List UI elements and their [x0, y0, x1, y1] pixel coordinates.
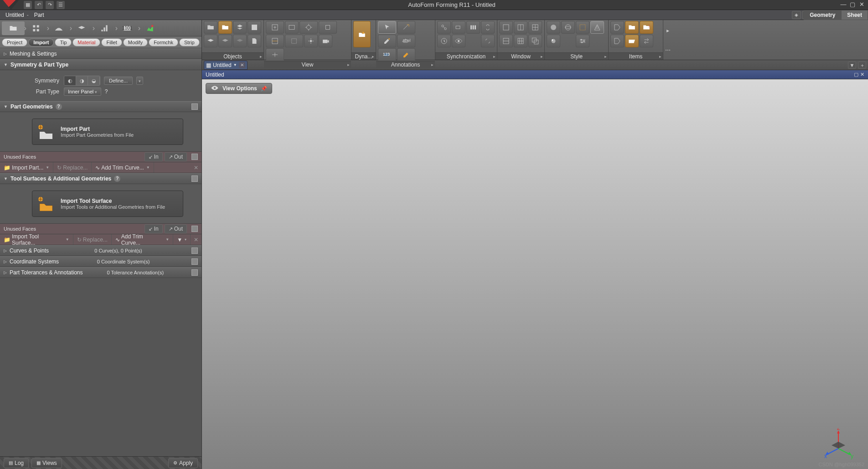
- nav-die-icon[interactable]: [47, 21, 70, 35]
- pill-formchk[interactable]: Formchk: [149, 38, 178, 46]
- expand-icon[interactable]: ▸: [347, 62, 350, 67]
- item-swap-icon[interactable]: [640, 35, 653, 47]
- ann-edit-icon[interactable]: [378, 35, 396, 47]
- style-persp-icon[interactable]: [590, 21, 604, 34]
- breadcrumb-root[interactable]: Untitled: [3, 12, 31, 18]
- section-checkbox[interactable]: [191, 269, 198, 276]
- pill-fillet[interactable]: Fillet: [101, 38, 122, 46]
- win-2h-icon[interactable]: [514, 21, 527, 34]
- style-shade-icon[interactable]: [547, 21, 560, 34]
- expand-icon[interactable]: ▸: [541, 54, 543, 59]
- expand-icon[interactable]: ▸: [604, 54, 607, 59]
- qa-settings-icon[interactable]: ☰: [57, 1, 65, 9]
- ann-value-icon[interactable]: 123: [378, 48, 396, 61]
- qa-new-icon[interactable]: ▦: [24, 1, 32, 9]
- qa-undo-icon[interactable]: ↶: [35, 1, 43, 9]
- ann-label-icon[interactable]: Label: [397, 35, 415, 47]
- expand-icon[interactable]: ▸: [431, 62, 434, 67]
- item-open-icon[interactable]: [625, 35, 639, 47]
- ann-dim-icon[interactable]: [397, 21, 415, 34]
- import-part-menu[interactable]: 📁Import Part...▼: [0, 162, 53, 173]
- ann-marker-icon[interactable]: [397, 48, 415, 61]
- section-checkbox[interactable]: [191, 258, 198, 265]
- filter-button[interactable]: ▼▾: [173, 234, 191, 245]
- replace-button[interactable]: ↻Replace...: [53, 162, 92, 173]
- minimize-icon[interactable]: —: [839, 1, 848, 9]
- unused-checkbox-2[interactable]: [191, 226, 198, 232]
- import-tool-menu[interactable]: 📁Import Tool Surface...▼: [0, 234, 73, 245]
- win-2v-icon[interactable]: [499, 35, 513, 47]
- maximize-icon[interactable]: ▢: [848, 1, 857, 9]
- style-wire-icon[interactable]: [561, 21, 575, 34]
- doc-tab-dd-icon[interactable]: ▼: [233, 63, 237, 67]
- sync-label-icon[interactable]: [452, 21, 465, 34]
- unused-out-button-2[interactable]: ↗Out: [165, 224, 187, 233]
- section-part-geometries[interactable]: Part Geometries ?: [0, 101, 202, 112]
- section-checkbox[interactable]: [191, 247, 198, 254]
- view-rotate-icon[interactable]: [319, 21, 337, 34]
- help-icon[interactable]: ?: [56, 103, 62, 110]
- obj-icon-6[interactable]: [218, 35, 232, 47]
- pill-strip[interactable]: Strip: [179, 38, 200, 46]
- symmetry-toggle[interactable]: ◐ ◑ ◒: [64, 76, 100, 86]
- sync-break-icon[interactable]: [481, 35, 495, 47]
- import-part-button[interactable]: Import Part Import Part Geometries from …: [32, 119, 183, 145]
- add-trim-curve-2[interactable]: ∿Add Trim Curve...▼: [112, 234, 173, 245]
- win-1-icon[interactable]: [499, 21, 513, 34]
- obj-icon-1[interactable]: [204, 21, 217, 34]
- unused-out-button[interactable]: ↗Out: [165, 152, 187, 161]
- sync-link-icon[interactable]: [437, 21, 451, 34]
- view-pan-icon[interactable]: [300, 21, 318, 34]
- item-tag-icon[interactable]: [610, 21, 624, 34]
- section-checkbox[interactable]: [191, 103, 198, 110]
- sym-none-icon[interactable]: ◐: [64, 76, 76, 85]
- pill-material[interactable]: Material: [72, 38, 100, 46]
- sync-chain-icon[interactable]: [481, 21, 495, 34]
- unused-in-button[interactable]: ↙In: [145, 152, 163, 161]
- expand-icon[interactable]: ▸: [260, 54, 262, 59]
- ribbon-more-icon[interactable]: ⋯: [665, 47, 671, 53]
- tab-geometry[interactable]: Geometry: [804, 10, 841, 20]
- nav-eval-icon[interactable]: [139, 21, 161, 35]
- define-button[interactable]: Define...: [104, 77, 133, 85]
- win-grid-icon[interactable]: [514, 35, 527, 47]
- view-options-button[interactable]: View Options 📌: [206, 83, 272, 94]
- replace-button-2[interactable]: ↻Replace...: [73, 234, 112, 245]
- win-cascade-icon[interactable]: [528, 35, 542, 47]
- obj-icon-4[interactable]: [248, 21, 261, 34]
- view-align-icon[interactable]: [266, 48, 284, 61]
- style-light-icon[interactable]: [547, 35, 560, 47]
- view-zoom-icon[interactable]: [285, 21, 299, 34]
- pill-modify[interactable]: Modify: [123, 38, 148, 46]
- axis-gizmo[interactable]: z x y: [822, 428, 854, 460]
- help-icon[interactable]: ?: [105, 88, 108, 95]
- tab-sheet[interactable]: Sheet: [841, 10, 868, 20]
- add-trim-curve[interactable]: ∿Add Trim Curve...▼: [92, 162, 154, 173]
- nav-sim-icon[interactable]: 1101: [116, 21, 139, 35]
- ann-select-icon[interactable]: [378, 21, 396, 34]
- ribbon-scroll-right-icon[interactable]: ▸: [666, 27, 669, 34]
- view-center-icon[interactable]: [304, 35, 318, 47]
- obj-icon-5[interactable]: [204, 35, 217, 47]
- pill-import[interactable]: Import: [28, 38, 54, 46]
- breadcrumb-part[interactable]: Part: [31, 12, 50, 18]
- section-symmetry[interactable]: Symmetry & Part Type: [0, 59, 202, 70]
- section-meshing[interactable]: Meshing & Settings: [0, 48, 202, 59]
- close-icon[interactable]: ✕: [857, 1, 866, 9]
- document-tab[interactable]: ▦ Untitled ▼ ✕: [204, 61, 248, 70]
- viewport-close-icon[interactable]: ✕: [860, 72, 864, 77]
- obj-icon-7[interactable]: [233, 35, 247, 47]
- views-button[interactable]: ▦Views: [31, 458, 62, 468]
- view-section-icon[interactable]: [266, 35, 284, 47]
- qa-redo-icon[interactable]: ↷: [46, 1, 54, 9]
- pill-tip[interactable]: Tip: [55, 38, 72, 46]
- sync-time-icon[interactable]: [437, 35, 451, 47]
- expand-icon[interactable]: ▸: [372, 54, 374, 59]
- close-row-icon[interactable]: ✕: [191, 165, 202, 171]
- import-tool-surface-button[interactable]: Import Tool Surface Import Tools or Addi…: [32, 191, 183, 217]
- obj-icon-3[interactable]: [233, 21, 247, 34]
- pin-icon[interactable]: 📌: [261, 86, 267, 92]
- viewport-3d[interactable]: View Options 📌 z x y CSDN @hgh099352: [202, 79, 868, 469]
- help-icon[interactable]: ?: [114, 175, 120, 182]
- tabs-list-icon[interactable]: ▼: [848, 62, 856, 69]
